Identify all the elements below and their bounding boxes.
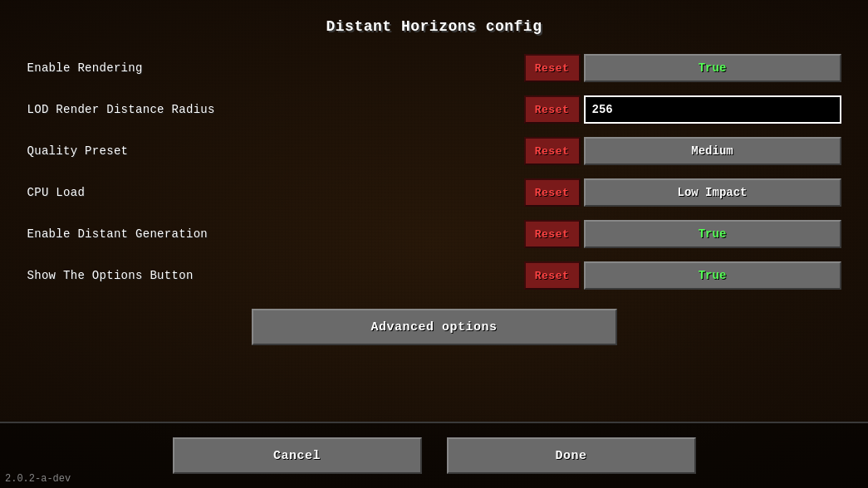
label-quality-preset: Quality Preset [27, 144, 524, 158]
reset-cpu-load[interactable]: Reset [524, 178, 581, 207]
label-cpu-load: CPU Load [27, 186, 524, 199]
done-button[interactable]: Done [447, 437, 696, 474]
label-show-options-button: Show The Options Button [27, 269, 524, 282]
config-row-enable-distant-generation: Enable Distant Generation Reset True [27, 216, 841, 252]
config-panel: Enable Rendering Reset True LOD Render D… [27, 50, 841, 294]
reset-lod-render-distance[interactable]: Reset [524, 95, 581, 124]
input-lod-render-distance[interactable] [584, 95, 841, 124]
reset-show-options-button[interactable]: Reset [524, 261, 581, 290]
reset-enable-rendering[interactable]: Reset [524, 54, 581, 82]
cancel-button[interactable]: Cancel [173, 437, 422, 474]
config-row-lod-render-distance: LOD Render Distance Radius Reset [27, 91, 841, 128]
value-quality-preset[interactable]: Medium [584, 137, 841, 165]
value-cpu-load[interactable]: Low Impact [584, 178, 841, 207]
label-enable-distant-generation: Enable Distant Generation [27, 227, 524, 241]
label-lod-render-distance: LOD Render Distance Radius [27, 103, 524, 116]
page-title: Distant Horizons config [326, 18, 542, 35]
reset-quality-preset[interactable]: Reset [524, 137, 581, 165]
label-enable-rendering: Enable Rendering [27, 61, 524, 75]
bottom-bar: Cancel Done [0, 422, 868, 488]
config-row-cpu-load: CPU Load Reset Low Impact [27, 174, 841, 211]
advanced-options-row: Advanced options [252, 309, 617, 345]
version-label: 2.0.2-a-dev [5, 473, 71, 485]
value-show-options-button[interactable]: True [584, 261, 841, 290]
config-row-quality-preset: Quality Preset Reset Medium [27, 133, 841, 169]
config-row-show-options-button: Show The Options Button Reset True [27, 257, 841, 294]
value-enable-distant-generation[interactable]: True [584, 220, 841, 248]
advanced-options-button[interactable]: Advanced options [252, 309, 617, 345]
config-row-enable-rendering: Enable Rendering Reset True [27, 50, 841, 86]
value-enable-rendering[interactable]: True [584, 54, 841, 82]
reset-enable-distant-generation[interactable]: Reset [524, 220, 581, 248]
